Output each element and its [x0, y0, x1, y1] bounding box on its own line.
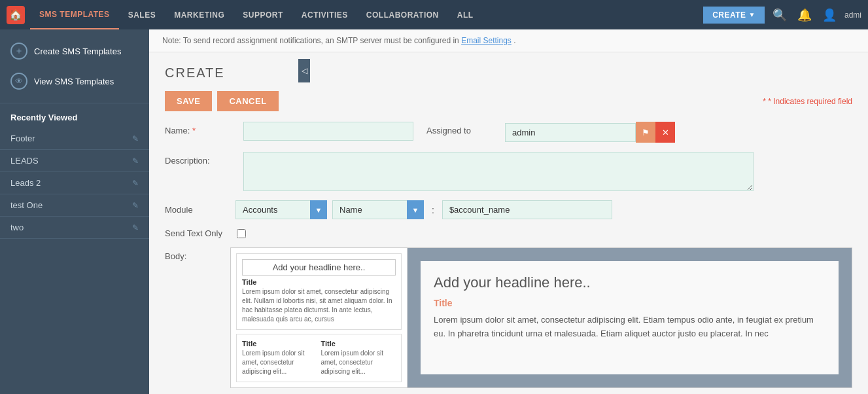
module-label: Module: [165, 205, 230, 215]
edit-icon-testone: ✎: [132, 201, 139, 210]
body-editor-area: Add your headline here.. Title Lorem ips…: [230, 247, 852, 388]
assigned-to-label: Assigned to: [426, 122, 492, 135]
sidebar-recent-leads[interactable]: LEADS ✎: [0, 150, 149, 172]
module-row: Module Accounts Leads Contacts Opportuni…: [165, 200, 852, 219]
nav-right: CREATE ▼ 🔍 🔔 👤 admi: [703, 7, 861, 24]
send-text-checkbox[interactable]: [237, 229, 246, 238]
create-dropdown-arrow: ▼: [749, 11, 755, 18]
body-templates: Add your headline here.. Title Lorem ips…: [231, 248, 408, 387]
module-select-wrap: Accounts Leads Contacts Opportunities ▼: [235, 200, 327, 219]
nav-items: SMS TEMPLATES SALES MARKETING SUPPORT AC…: [30, 0, 703, 29]
field-select-wrap: Name Email Phone ▼: [332, 200, 424, 219]
create-button[interactable]: CREATE ▼: [703, 7, 765, 24]
module-select[interactable]: Accounts Leads Contacts Opportunities: [235, 200, 327, 219]
nav-item-all[interactable]: ALL: [448, 0, 483, 29]
nav-item-activities[interactable]: ACTIVITIES: [292, 0, 357, 29]
description-label: Description:: [165, 152, 230, 166]
nav-item-support[interactable]: SUPPORT: [234, 0, 292, 29]
name-label: Name: *: [165, 122, 230, 135]
user-icon[interactable]: 👤: [820, 8, 839, 22]
template-1-title: Title: [242, 278, 396, 286]
sidebar: ＋ Create SMS Templates 👁 View SMS Templa…: [0, 29, 149, 394]
name-input[interactable]: [243, 122, 413, 141]
variable-input[interactable]: [442, 200, 612, 219]
recently-viewed-header: Recently Viewed: [0, 103, 149, 128]
name-row: Name: * Assigned to ⚑ ✕: [165, 122, 852, 143]
sidebar-recent-two[interactable]: two ✎: [0, 217, 149, 239]
assigned-to-buttons: ⚑ ✕: [636, 122, 675, 143]
description-textarea[interactable]: [243, 152, 754, 191]
body-label: Body:: [165, 247, 230, 261]
preview-text: Lorem ipsum dolor sit amet, consectetur …: [434, 313, 825, 341]
form-area: CREATE SAVE CANCEL * * Indicates require…: [149, 52, 868, 394]
assigned-to-group: ⚑ ✕: [505, 122, 852, 143]
template-2-col1: Title Lorem ipsum dolor sit amet, consec…: [242, 340, 317, 376]
template-1-text: Lorem ipsum dolor sit amet, consectetur …: [242, 287, 396, 324]
field-select[interactable]: Name Email Phone: [332, 200, 424, 219]
layout: ＋ Create SMS Templates 👁 View SMS Templa…: [0, 29, 868, 394]
template-2-cols: Title Lorem ipsum dolor sit amet, consec…: [242, 340, 396, 376]
template-1[interactable]: Add your headline here.. Title Lorem ips…: [236, 253, 402, 330]
preview-card: Add your headline here.. Title Lorem ips…: [421, 261, 839, 374]
template-2-col2: Title Lorem ipsum dolor sit amet, consec…: [321, 340, 396, 376]
description-row: Description:: [165, 152, 852, 191]
sidebar-recent-leads2[interactable]: Leads 2 ✎: [0, 172, 149, 194]
send-text-label: Send Text Only: [165, 228, 230, 238]
edit-icon-two: ✎: [132, 223, 139, 232]
preview-headline: Add your headline here..: [434, 274, 825, 291]
assigned-clear-button[interactable]: ✕: [655, 122, 675, 143]
plus-icon: ＋: [10, 43, 27, 60]
notice-bar: Note: To send record assignment notifica…: [149, 29, 868, 52]
nav-item-collaboration[interactable]: COLLABORATION: [357, 0, 448, 29]
sidebar-recent-footer[interactable]: Footer ✎: [0, 128, 149, 150]
preview-sub-title: Title: [434, 298, 825, 308]
nav-item-sales[interactable]: SALES: [119, 0, 165, 29]
edit-icon-leads: ✎: [132, 156, 139, 166]
sidebar-recent-testone[interactable]: test One ✎: [0, 194, 149, 217]
assigned-to-input[interactable]: [505, 123, 636, 142]
nav-item-sms-templates[interactable]: SMS TEMPLATES: [30, 0, 119, 29]
cancel-button[interactable]: CANCEL: [217, 91, 278, 111]
save-button[interactable]: SAVE: [165, 91, 212, 111]
form-title: CREATE: [165, 65, 852, 81]
sidebar-actions: ＋ Create SMS Templates 👁 View SMS Templa…: [0, 29, 149, 103]
body-row: Body: Add your headline here.. Title Lor…: [165, 247, 852, 388]
body-preview: Add your headline here.. Title Lorem ips…: [408, 248, 852, 387]
view-sms-templates-item[interactable]: 👁 View SMS Templates: [0, 66, 149, 96]
email-settings-link[interactable]: Email Settings: [461, 36, 512, 45]
bell-icon[interactable]: 🔔: [795, 8, 814, 22]
eye-icon: 👁: [10, 73, 27, 90]
top-nav: 🏠 SMS TEMPLATES SALES MARKETING SUPPORT …: [0, 0, 868, 29]
admin-label: admi: [844, 10, 861, 20]
colon-separator: :: [429, 205, 437, 215]
main-content: Note: To send record assignment notifica…: [149, 29, 868, 394]
nav-item-marketing[interactable]: MARKETING: [165, 0, 234, 29]
template-1-headline: Add your headline here..: [242, 259, 396, 276]
send-text-row: Send Text Only: [165, 228, 852, 238]
form-actions: SAVE CANCEL * * Indicates required field: [165, 91, 852, 111]
sidebar-toggle[interactable]: ◁: [298, 59, 310, 82]
required-note: * * Indicates required field: [763, 97, 852, 106]
app-icon: 🏠: [7, 6, 25, 24]
search-icon[interactable]: 🔍: [770, 8, 790, 22]
template-2[interactable]: Title Lorem ipsum dolor sit amet, consec…: [236, 334, 402, 382]
edit-icon-footer: ✎: [132, 134, 139, 143]
create-sms-templates-item[interactable]: ＋ Create SMS Templates: [0, 36, 149, 66]
assigned-select-button[interactable]: ⚑: [636, 122, 655, 143]
edit-icon-leads2: ✎: [132, 179, 139, 188]
